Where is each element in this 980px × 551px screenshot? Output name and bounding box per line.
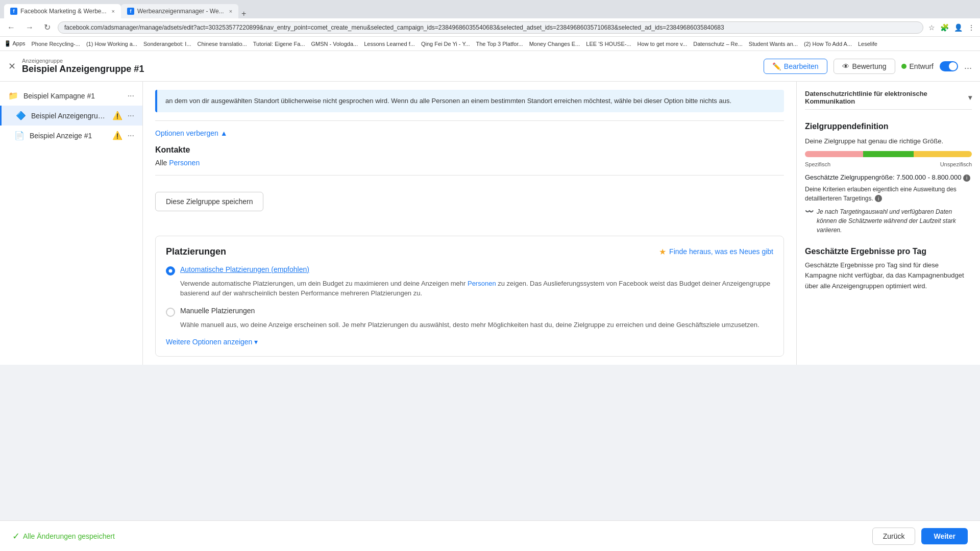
refresh-button[interactable]: ↻ bbox=[41, 21, 54, 33]
size-info-icon[interactable]: i bbox=[963, 174, 970, 182]
app-body: 📁 Beispiel Kampagne #1 ··· 🔷 Beispiel An… bbox=[0, 82, 980, 365]
tab-close-1[interactable]: × bbox=[112, 8, 115, 14]
sidebar-more-anzeigengruppe[interactable]: ··· bbox=[128, 111, 134, 120]
radio-manuell[interactable] bbox=[166, 308, 175, 317]
status-toggle[interactable] bbox=[940, 61, 958, 71]
bookmark-icon[interactable]: ☆ bbox=[927, 22, 936, 33]
extension-icon[interactable]: 🧩 bbox=[939, 22, 950, 33]
entwurf-label: Entwurf bbox=[910, 62, 934, 70]
sidebar: 📁 Beispiel Kampagne #1 ··· 🔷 Beispiel An… bbox=[0, 82, 143, 365]
tab-bar: f Facebook Marketing & Werbe... × f Werb… bbox=[4, 0, 249, 18]
close-button[interactable]: ✕ bbox=[8, 61, 16, 72]
zielgruppe-section: Zielgruppendefinition Deine Zielgruppe h… bbox=[805, 122, 972, 235]
tab-favicon-1: f bbox=[10, 8, 17, 15]
radio-label-automatisch: Automatische Platzierungen (empfohlen) bbox=[180, 265, 309, 273]
profile-icon[interactable]: 👤 bbox=[953, 22, 964, 33]
optionen-verbergen-link[interactable]: Optionen verbergen ▲ bbox=[155, 129, 784, 137]
new-tab-button[interactable]: + bbox=[238, 9, 249, 18]
bewertung-button[interactable]: 👁 Bewertung bbox=[834, 59, 895, 74]
warning-icon-anzeigengruppe: ⚠️ bbox=[112, 111, 122, 120]
app-header: ✕ Anzeigengruppe Beispiel Anzeigengruppe… bbox=[0, 51, 980, 82]
zielgruppen-desc: Deine Zielgruppe hat genau die richtige … bbox=[805, 137, 972, 145]
chevron-up-icon: ▲ bbox=[220, 129, 228, 137]
finde-link[interactable]: ★ Finde heraus, was es Neues gibt bbox=[659, 247, 773, 257]
sidebar-label-anzeigengruppe: Beispiel Anzeigengrup... bbox=[31, 112, 107, 120]
star-icon: ★ bbox=[659, 247, 666, 257]
address-bar[interactable] bbox=[58, 21, 923, 34]
bookmark-7[interactable]: Lessons Learned f... bbox=[364, 41, 415, 47]
bookmark-8[interactable]: Qing Fei De Yi - Y... bbox=[421, 41, 470, 47]
bookmark-4[interactable]: Chinese translatio... bbox=[198, 41, 247, 47]
folder-icon: 📁 bbox=[8, 91, 18, 101]
progress-bar bbox=[805, 151, 972, 157]
personen-link-2[interactable]: Personen bbox=[468, 280, 496, 287]
bearbeiten-button[interactable]: ✏️ Bearbeiten bbox=[764, 59, 827, 74]
progress-labels: Spezifisch Unspezifisch bbox=[805, 161, 972, 167]
sidebar-item-anzeigengruppe[interactable]: 🔷 Beispiel Anzeigengrup... ⚠️ ··· bbox=[0, 106, 142, 126]
browser-toolbar: ← → ↻ ☆ 🧩 👤 ⋮ bbox=[0, 18, 980, 37]
bookmark-15[interactable]: (2) How To Add A... bbox=[804, 41, 852, 47]
platzierungen-header: Platzierungen ★ Finde heraus, was es Neu… bbox=[166, 246, 773, 257]
bookmark-5[interactable]: Tutorial: Eigene Fa... bbox=[253, 41, 305, 47]
radio-option-automatisch[interactable]: Automatische Platzierungen (empfohlen) V… bbox=[166, 265, 773, 298]
chevron-down-icon: ▾ bbox=[254, 338, 258, 346]
header-subtitle: Anzeigengruppe bbox=[22, 58, 144, 64]
radio-row-2: Manuelle Platzierungen bbox=[166, 307, 773, 317]
progress-pink bbox=[805, 151, 863, 157]
datenschutz-section: Datenschutzrichtlinie für elektronische … bbox=[805, 90, 972, 110]
warning-icon-anzeige: ⚠️ bbox=[112, 131, 122, 140]
main-content: an dem von dir ausgewählten Standort übl… bbox=[143, 82, 796, 365]
forward-button[interactable]: → bbox=[22, 22, 37, 33]
criteria-row: 〰️ Je nach Targetingauswahl und verfügba… bbox=[805, 207, 972, 235]
sidebar-item-anzeige[interactable]: 📄 Beispiel Anzeige #1 ⚠️ ··· bbox=[0, 126, 142, 145]
sidebar-more-anzeige[interactable]: ··· bbox=[128, 131, 134, 140]
personen-link[interactable]: Personen bbox=[169, 159, 200, 167]
criteria-info-icon[interactable]: i bbox=[875, 195, 882, 202]
grid-icon: 🔷 bbox=[16, 111, 26, 120]
platzierungen-card: Platzierungen ★ Finde heraus, was es Neu… bbox=[155, 236, 784, 357]
tab-1[interactable]: f Facebook Marketing & Werbe... × bbox=[4, 4, 121, 18]
bookmark-9[interactable]: The Top 3 Platfor... bbox=[476, 41, 523, 47]
zielgruppe-speichern-button[interactable]: Diese Zielgruppe speichern bbox=[155, 192, 263, 211]
entwurf-badge: Entwurf bbox=[901, 62, 934, 70]
platzierungen-title: Platzierungen bbox=[166, 246, 226, 257]
radio-automatisch[interactable] bbox=[166, 266, 175, 276]
bookmark-13[interactable]: Datenschutz – Re... bbox=[693, 41, 743, 47]
tab-favicon-2: f bbox=[127, 8, 134, 15]
header-title-block: Anzeigengruppe Beispiel Anzeigengruppe #… bbox=[22, 58, 144, 74]
bookmark-11[interactable]: LEE 'S HOUSE-... bbox=[586, 41, 631, 47]
sidebar-label-kampagne: Beispiel Kampagne #1 bbox=[23, 92, 122, 100]
bookmark-2[interactable]: (1) How Working a... bbox=[86, 41, 137, 47]
bookmark-apps[interactable]: 📱 Apps bbox=[4, 40, 26, 47]
bookmark-10[interactable]: Money Changes E... bbox=[529, 41, 580, 47]
sidebar-more-kampagne[interactable]: ··· bbox=[128, 91, 134, 101]
bookmark-16[interactable]: Leselife bbox=[858, 41, 877, 47]
sidebar-label-anzeige: Beispiel Anzeige #1 bbox=[30, 132, 107, 140]
browser-chrome: f Facebook Marketing & Werbe... × f Werb… bbox=[0, 0, 980, 18]
bookmark-6[interactable]: GMSN - Vologda... bbox=[311, 41, 358, 47]
weitere-optionen-link[interactable]: Weitere Optionen anzeigen ▾ bbox=[166, 338, 773, 346]
bookmarks-bar: 📱 Apps Phone Recycling-... (1) How Worki… bbox=[0, 37, 980, 51]
kontakte-title: Kontakte bbox=[155, 145, 784, 155]
tab-label-2: Werbeanzeigenmanager - We... bbox=[137, 8, 224, 15]
back-button[interactable]: ← bbox=[4, 22, 18, 33]
datenschutz-title-row[interactable]: Datenschutzrichtlinie für elektronische … bbox=[805, 90, 972, 105]
info-section: an dem von dir ausgewählten Standort übl… bbox=[143, 82, 796, 228]
criteria-italic: Je nach Targetingauswahl und verfügbaren… bbox=[817, 207, 972, 235]
radio-option-manuell[interactable]: Manuelle Platzierungen Wähle manuell aus… bbox=[166, 307, 773, 330]
ergebnisse-section: Geschätzte Ergebnisse pro Tag Geschätzte… bbox=[805, 247, 972, 292]
bookmark-1[interactable]: Phone Recycling-... bbox=[32, 41, 80, 47]
tab-2[interactable]: f Werbeanzeigenmanager - We... × bbox=[121, 4, 238, 18]
sidebar-item-kampagne[interactable]: 📁 Beispiel Kampagne #1 ··· bbox=[0, 86, 142, 106]
more-options-button[interactable]: ... bbox=[964, 61, 972, 71]
info-text: an dem von dir ausgewählten Standort übl… bbox=[165, 97, 731, 105]
bookmark-3[interactable]: Sonderangebot: I... bbox=[143, 41, 191, 47]
trend-icon: 〰️ bbox=[805, 207, 814, 215]
bookmark-12[interactable]: How to get more v... bbox=[638, 41, 688, 47]
menu-icon[interactable]: ⋮ bbox=[967, 22, 976, 33]
header-actions: ✏️ Bearbeiten 👁 Bewertung Entwurf ... bbox=[764, 59, 972, 74]
info-box: an dem von dir ausgewählten Standort übl… bbox=[155, 90, 784, 112]
bookmark-14[interactable]: Student Wants an... bbox=[749, 41, 798, 47]
tab-close-2[interactable]: × bbox=[229, 8, 232, 14]
progress-yellow bbox=[914, 151, 972, 157]
